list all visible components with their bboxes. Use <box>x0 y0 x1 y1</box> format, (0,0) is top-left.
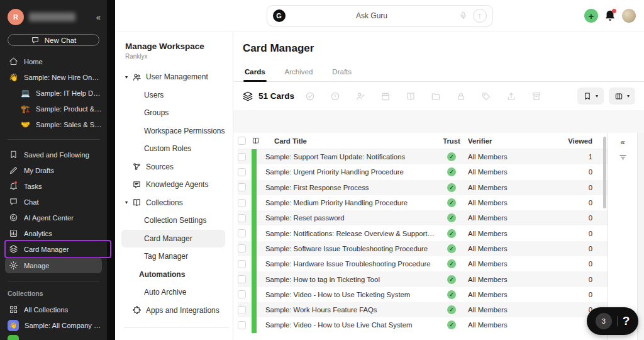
verifier-icon[interactable] <box>355 91 365 101</box>
chevron-down-icon: ▾ <box>627 93 630 99</box>
table-row[interactable]: Sample: Support Team Update: Notificatio… <box>238 149 608 164</box>
workspace-menu-item[interactable]: Collections <box>125 194 233 212</box>
sidebar-item[interactable]: 👋 Sample: New Hire Onboar... <box>0 69 107 85</box>
workspace-menu-item[interactable]: Tag Manager <box>125 247 233 266</box>
sidebar-item[interactable]: 👋 Sample: All Company Infor... <box>0 317 107 333</box>
workspace-menu-item[interactable]: Automations <box>125 266 233 284</box>
sidebar-item[interactable]: Card Manager <box>0 241 107 257</box>
bookmark-view-button[interactable]: ▾ <box>577 88 604 105</box>
table-row[interactable]: Sample: Hardware Issue Troubleshooting P… <box>238 256 608 271</box>
user-avatar[interactable] <box>622 9 636 23</box>
sidebar-item[interactable]: Analytics <box>0 225 107 241</box>
workspace-menu-item[interactable]: Users <box>125 86 233 105</box>
lock-icon[interactable] <box>456 91 466 101</box>
workspace-menu-item[interactable]: Apps and Integrations <box>125 302 233 320</box>
tab[interactable]: Drafts <box>331 63 353 81</box>
table-row[interactable]: Sample: How to tag in Ticketing Tool ✓ A… <box>238 271 608 286</box>
table-row[interactable]: Sample: Notifications: Release Overview … <box>238 225 608 241</box>
column-viewed[interactable]: Viewed <box>561 137 592 145</box>
create-card-button[interactable]: + <box>584 9 598 23</box>
sidebar-collapse-icon[interactable]: « <box>96 13 101 22</box>
sidebar-item[interactable]: My Drafts <box>0 162 107 178</box>
manage-workspace-panel: Manage Workspace Ranklyx User Management… <box>115 31 233 340</box>
calendar-icon[interactable] <box>380 91 391 101</box>
workspace-menu-item[interactable]: Auto Archive <box>125 283 233 302</box>
row-checkbox[interactable] <box>238 275 246 283</box>
column-trust[interactable]: Trust <box>435 137 468 145</box>
sidebar-item[interactable]: 🏗️ Sample: Product & Engi... <box>0 101 107 116</box>
sidebar-item[interactable]: 💻 Sample: IT Help Desk <box>0 85 107 101</box>
table-row[interactable]: Sample: Medium Priority Handling Procedu… <box>238 195 608 210</box>
tab[interactable]: Cards <box>243 63 267 81</box>
card-title[interactable]: Sample: Support Team Update: Notificatio… <box>257 153 435 161</box>
collection-icon[interactable] <box>406 91 416 101</box>
row-checkbox[interactable] <box>238 260 246 268</box>
row-checkbox[interactable] <box>238 214 246 222</box>
notifications-button[interactable] <box>604 9 616 22</box>
card-title[interactable]: Sample: Software Issue Troubleshooting P… <box>257 245 435 252</box>
card-title[interactable]: Sample: How to tag in Ticketing Tool <box>257 276 435 283</box>
archive-icon[interactable] <box>531 91 541 101</box>
table-row[interactable]: Sample: Urgent Priority Handling Procedu… <box>238 164 608 179</box>
row-checkbox[interactable] <box>238 183 246 191</box>
submit-arrow-button[interactable]: ↑ <box>473 9 487 23</box>
folder-icon[interactable] <box>431 91 441 101</box>
sidebar-item[interactable]: Tasks <box>0 178 107 194</box>
sidebar-item[interactable]: Manage <box>5 258 102 273</box>
row-checkbox[interactable] <box>238 321 246 329</box>
sidebar-item[interactable]: All Collections <box>0 302 107 317</box>
select-all-checkbox[interactable] <box>238 137 246 145</box>
row-checkbox[interactable] <box>238 290 246 298</box>
row-checkbox[interactable] <box>238 168 246 176</box>
workspace-menu-item[interactable]: Custom Roles <box>125 140 233 158</box>
table-row[interactable]: Sample: Reset password ✓ All Members 0 <box>238 210 608 225</box>
table-row[interactable]: Sample: Software Issue Troubleshooting P… <box>238 241 608 256</box>
card-title[interactable]: Sample: Work Hours Feature FAQs <box>257 306 435 314</box>
filter-icon[interactable] <box>618 152 628 162</box>
row-checkbox[interactable] <box>238 306 246 314</box>
export-icon[interactable] <box>506 91 516 101</box>
card-title[interactable]: Sample: Video - How to Use Live Chat Sys… <box>257 321 435 329</box>
table-row[interactable]: Sample: Video - How to Use Live Chat Sys… <box>238 317 608 332</box>
microphone-icon[interactable] <box>458 11 468 20</box>
card-title[interactable]: Sample: Reset password <box>257 214 435 222</box>
table-row[interactable]: Sample: Video - How to Use Ticketing Sys… <box>238 287 608 302</box>
ask-guru-search[interactable]: G Ask Guru ↑ <box>267 5 493 26</box>
table-scrollbar[interactable] <box>603 137 606 208</box>
card-title[interactable]: Sample: Video - How to Use Ticketing Sys… <box>257 291 435 298</box>
workspace-menu-item[interactable]: Workspace Permissions <box>125 122 233 140</box>
help-widget[interactable]: 3 ? <box>587 307 638 335</box>
card-title[interactable]: Sample: Medium Priority Handling Procedu… <box>257 199 435 207</box>
table-row[interactable]: Sample: First Response Process ✓ All Mem… <box>238 180 608 195</box>
columns-view-button[interactable]: ▾ <box>609 88 635 105</box>
workspace-menu-item[interactable]: Sources <box>125 158 233 176</box>
column-verifier[interactable]: Verifier <box>468 137 561 145</box>
workspace-menu-item[interactable]: User Management <box>125 68 233 86</box>
workspace-switcher[interactable]: R « <box>0 6 107 30</box>
workspace-menu-item[interactable]: Groups <box>125 104 233 122</box>
alert-icon[interactable] <box>330 91 340 101</box>
card-title[interactable]: Sample: Hardware Issue Troubleshooting P… <box>257 260 435 268</box>
new-chat-button[interactable]: New Chat <box>8 34 99 46</box>
column-card-title[interactable]: Card Title <box>265 137 435 145</box>
sidebar-item[interactable]: Saved and Following <box>0 147 107 162</box>
workspace-menu-item[interactable]: Collection Settings <box>125 212 233 230</box>
workspace-menu-item[interactable]: Card Manager <box>121 230 225 248</box>
row-checkbox[interactable] <box>238 229 246 237</box>
card-title[interactable]: Sample: Urgent Priority Handling Procedu… <box>257 168 435 176</box>
row-checkbox[interactable] <box>238 153 246 161</box>
panel-collapse-icon[interactable]: « <box>620 137 625 147</box>
sidebar-item[interactable]: AI Agent Center <box>0 210 107 225</box>
sidebar-item[interactable]: Chat <box>0 194 107 210</box>
card-title[interactable]: Sample: First Response Process <box>257 184 435 191</box>
verify-icon[interactable] <box>305 91 315 101</box>
table-row[interactable]: Sample: Work Hours Feature FAQs ✓ All Me… <box>238 302 608 317</box>
workspace-menu-item[interactable]: Knowledge Agents <box>125 176 233 194</box>
tab[interactable]: Archived <box>284 63 314 81</box>
row-checkbox[interactable] <box>238 199 246 207</box>
tag-icon[interactable] <box>481 91 491 101</box>
sidebar-item[interactable]: 🤝 Sample: Sales & Suppor... <box>0 116 107 132</box>
sidebar-item[interactable]: Home <box>0 54 107 69</box>
card-title[interactable]: Sample: Notifications: Release Overview … <box>257 230 435 237</box>
row-checkbox[interactable] <box>238 244 246 252</box>
